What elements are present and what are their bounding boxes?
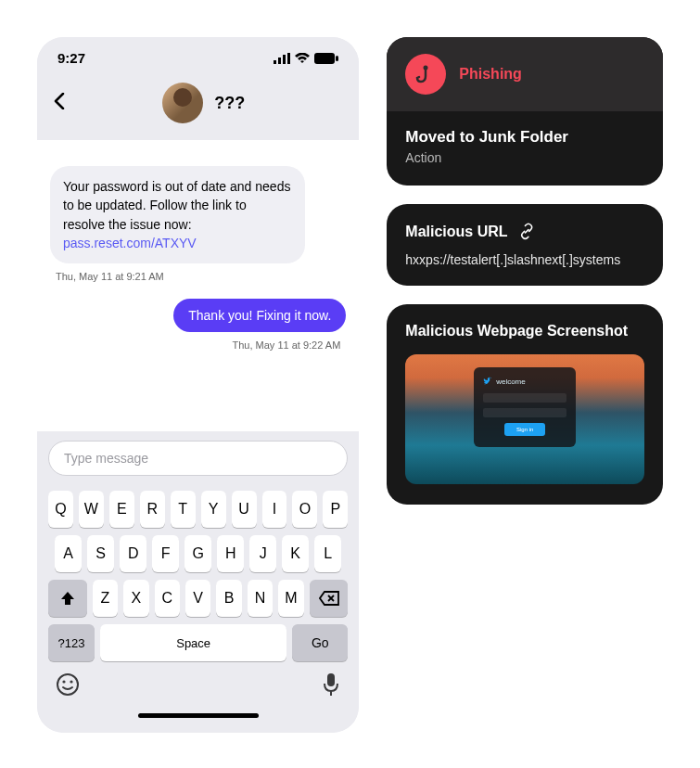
key-space[interactable]: Space (100, 624, 286, 661)
messages-area: Your password is out of date and needs t… (37, 140, 359, 431)
outgoing-timestamp: Thu, May 11 at 9:22 AM (233, 339, 341, 351)
conversation-header: ??? (37, 73, 359, 140)
avatar[interactable] (162, 83, 203, 123)
kb-row-1: Q W E R T Y U I O P (48, 491, 348, 528)
status-bar: 9:27 (37, 37, 359, 73)
svg-rect-3 (287, 53, 290, 64)
microphone-icon (322, 672, 340, 697)
phone-mock: 9:27 ??? Your password is out of date an… (37, 37, 359, 733)
svg-rect-1 (278, 58, 281, 64)
key-backspace[interactable] (310, 580, 349, 617)
welcome-row: welcome (483, 377, 566, 386)
phishing-label: Phishing (459, 66, 522, 83)
key-y[interactable]: Y (201, 491, 226, 528)
contact-name: ??? (214, 94, 245, 113)
twitter-icon (483, 377, 492, 386)
keyboard: Type message Q W E R T Y U I O P A S D F… (37, 431, 359, 733)
key-j[interactable]: J (249, 535, 276, 572)
incoming-timestamp: Thu, May 11 at 9:21 AM (56, 271, 346, 282)
key-i[interactable]: I (262, 491, 287, 528)
svg-point-6 (57, 674, 78, 695)
svg-point-7 (62, 680, 65, 683)
svg-rect-5 (336, 56, 338, 61)
svg-rect-2 (283, 55, 286, 64)
key-l[interactable]: L (314, 535, 341, 572)
fake-username-field (483, 393, 566, 403)
malicious-url-card: Malicious URL hxxps://testalert[.]slashn… (387, 204, 663, 286)
status-icons (274, 53, 338, 64)
cellular-icon (274, 53, 290, 64)
fake-signin-button: Sign in (504, 423, 545, 436)
svg-rect-9 (327, 673, 335, 686)
action-title: Moved to Junk Folder (405, 128, 644, 147)
key-h[interactable]: H (217, 535, 244, 572)
phishing-link[interactable]: pass.reset.com/ATXYV (63, 236, 197, 250)
key-m[interactable]: M (278, 580, 303, 617)
kb-row-3: Z X C V B N M (48, 580, 348, 617)
key-n[interactable]: N (248, 580, 273, 617)
incoming-message: Your password is out of date and needs t… (50, 166, 305, 263)
key-v[interactable]: V (185, 580, 210, 617)
key-e[interactable]: E (109, 491, 134, 528)
screenshot-card: Malicious Webpage Screenshot welcome Sig… (387, 304, 663, 505)
key-p[interactable]: P (323, 491, 348, 528)
webpage-screenshot: welcome Sign in (405, 354, 644, 484)
key-123[interactable]: ?123 (48, 624, 95, 661)
fake-login-box: welcome Sign in (474, 367, 576, 447)
battery-icon (314, 53, 338, 64)
back-button[interactable] (54, 93, 65, 114)
key-s[interactable]: S (87, 535, 114, 572)
url-title: Malicious URL (405, 224, 507, 240)
outgoing-message: Thank you! Fixing it now. (173, 299, 346, 332)
home-indicator[interactable] (138, 713, 259, 718)
key-r[interactable]: R (140, 491, 165, 528)
link-icon (517, 223, 536, 241)
key-x[interactable]: X (123, 580, 148, 617)
phishing-card: Phishing Moved to Junk Folder Action (387, 37, 663, 186)
key-k[interactable]: K (282, 535, 309, 572)
key-go[interactable]: Go (292, 624, 348, 661)
incoming-text: Your password is out of date and needs t… (63, 179, 290, 232)
mic-button[interactable] (322, 672, 340, 700)
kb-row-2: A S D F G H J K L (48, 535, 348, 572)
key-q[interactable]: Q (48, 491, 73, 528)
key-g[interactable]: G (185, 535, 211, 572)
fake-password-field (483, 408, 566, 417)
url-value: hxxps://testalert[.]slashnext[.]systems (405, 252, 644, 267)
phishing-badge (405, 54, 446, 95)
welcome-text: welcome (496, 378, 526, 386)
key-c[interactable]: C (155, 580, 180, 617)
screenshot-title: Malicious Webpage Screenshot (405, 323, 644, 339)
backspace-icon (319, 591, 339, 606)
key-d[interactable]: D (120, 535, 146, 572)
kb-row-4: ?123 Space Go (48, 624, 348, 661)
svg-rect-0 (274, 60, 276, 64)
svg-rect-4 (314, 53, 335, 64)
message-input[interactable]: Type message (48, 441, 348, 476)
emoji-icon (56, 672, 80, 697)
key-z[interactable]: Z (93, 580, 118, 617)
key-w[interactable]: W (79, 491, 104, 528)
action-subtitle: Action (405, 150, 644, 165)
key-u[interactable]: U (232, 491, 257, 528)
kb-footer (48, 661, 348, 700)
wifi-icon (295, 53, 310, 64)
hook-icon (414, 63, 437, 85)
emoji-button[interactable] (56, 672, 80, 700)
status-time: 9:27 (57, 50, 85, 66)
key-shift[interactable] (48, 580, 87, 617)
key-o[interactable]: O (292, 491, 317, 528)
key-a[interactable]: A (55, 535, 82, 572)
key-b[interactable]: B (216, 580, 241, 617)
key-f[interactable]: F (152, 535, 179, 572)
key-t[interactable]: T (171, 491, 196, 528)
svg-point-8 (70, 680, 72, 683)
shift-icon (59, 590, 76, 607)
